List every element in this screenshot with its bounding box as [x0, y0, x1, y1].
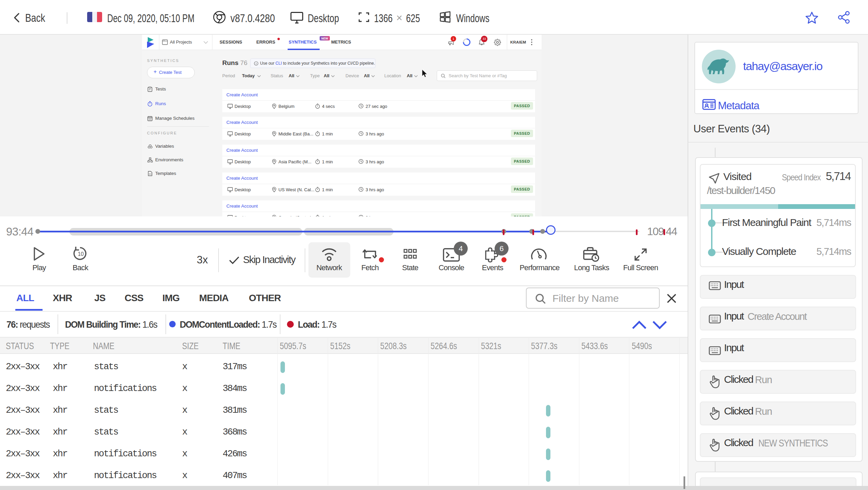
- svg-text:10: 10: [78, 251, 84, 257]
